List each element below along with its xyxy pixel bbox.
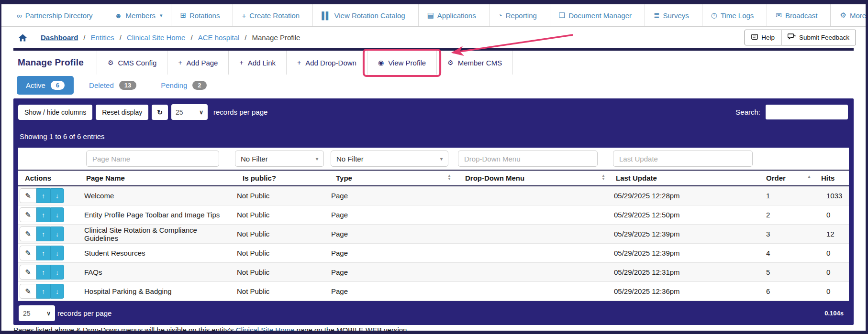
breadcrumb-link[interactable]: Entities [91, 33, 114, 42]
breadcrumb-row: Dashboard / Entities / Clinical Site Hom… [1, 27, 866, 48]
arrow-up-icon: ↑ [42, 230, 45, 238]
move-down-button[interactable]: ↓ [50, 226, 64, 241]
nav-item[interactable]: ▌▌ View Rotation Catalog [313, 4, 418, 26]
page-name-filter-input[interactable] [86, 151, 219, 167]
nav-item-icon: ▌▌ [322, 11, 330, 20]
move-up-button[interactable]: ↑ [36, 188, 50, 203]
cell-page-name: Clinical Site Rotation & Compliance Guid… [79, 226, 233, 242]
submit-feedback-button[interactable]: Submit Feedback [781, 30, 856, 45]
table-controls: Show / hide columns Reset display ↻ 25 ∨… [18, 104, 849, 120]
move-down-button[interactable]: ↓ [50, 188, 64, 203]
move-up-button[interactable]: ↑ [36, 284, 50, 299]
page-title: Manage Profile [13, 51, 97, 75]
column-header-page-name[interactable]: Page Name [79, 174, 233, 182]
cell-order: 3 [761, 230, 816, 238]
cell-order: 4 [761, 249, 816, 257]
tab[interactable]: Deleted 13 [80, 76, 145, 95]
toolbar-button[interactable]: + Add Page [167, 51, 228, 75]
breadcrumb-link[interactable]: Clinical Site Home [127, 33, 186, 42]
toolbar-button[interactable]: ◉ View Profile [367, 51, 436, 75]
records-per-page-label: records per page [213, 108, 267, 116]
row-action-buttons: ✎ ↑ ↓ [20, 246, 79, 260]
toolbar-button-icon: + [297, 59, 301, 66]
nav-item[interactable]: ▤ Applications [419, 4, 490, 26]
tab[interactable]: Active 6 [17, 76, 74, 95]
column-header-order[interactable]: Order ▲ [761, 174, 816, 182]
column-header-type[interactable]: Type ▲▼ [326, 174, 458, 182]
nav-item-icon: ☻ [115, 11, 122, 20]
bottom-note-link[interactable]: Clinical Site Home [236, 326, 295, 334]
breadcrumb-link[interactable]: Dashboard [41, 33, 78, 42]
nav-item[interactable]: ◷ Time Logs [702, 4, 768, 26]
breadcrumb-link[interactable]: Manage Profile [252, 33, 300, 42]
toolbar-button[interactable]: ⚙ Member CMS [436, 51, 513, 75]
move-up-button[interactable]: ↑ [36, 246, 50, 260]
row-action-buttons: ✎ ↑ ↓ [20, 188, 79, 203]
show-hide-columns-button[interactable]: Show / hide columns [18, 105, 92, 120]
nav-item[interactable]: ❏ Document Manager [550, 4, 645, 26]
nav-item[interactable]: + Create Rotation [233, 4, 313, 26]
column-header-drop-down-menu[interactable]: Drop-Down Menu ▲▼ [458, 174, 613, 182]
refresh-button[interactable]: ↻ [152, 105, 168, 120]
type-filter-select[interactable]: No Filter ▾ [331, 151, 448, 167]
column-header-last-update[interactable]: Last Update [613, 174, 761, 182]
reset-display-button[interactable]: Reset display [96, 105, 148, 120]
cell-hits: 12 [816, 230, 849, 238]
last-update-filter-input[interactable] [613, 151, 753, 167]
cell-order: 6 [761, 287, 816, 295]
is-public-filter-select[interactable]: No Filter ▾ [235, 151, 324, 167]
move-down-button[interactable]: ↓ [50, 246, 64, 260]
drop-down-menu-filter-input[interactable] [458, 151, 598, 167]
edit-button[interactable]: ✎ [20, 207, 36, 222]
nav-item-label: Create Rotation [249, 11, 300, 20]
tab-label: Pending [161, 81, 187, 89]
help-label: Help [761, 34, 775, 41]
toolbar-button-icon: ⚙ [108, 59, 114, 66]
column-header-is-public[interactable]: Is public? [233, 174, 326, 182]
cell-is-public: Not Public [233, 268, 326, 276]
cell-page-name: Hospital Parking & Badging [79, 287, 233, 295]
move-up-button[interactable]: ↑ [36, 226, 50, 241]
nav-item[interactable]: ◔ Reporting [490, 4, 550, 26]
edit-button[interactable]: ✎ [20, 246, 36, 260]
toolbar-button[interactable]: + Add Drop-Down [286, 51, 367, 75]
toolbar-button-label: CMS Config [118, 59, 157, 67]
nav-item[interactable]: ⊞ Rotations [171, 4, 233, 26]
edit-button[interactable]: ✎ [20, 188, 36, 203]
page-size-select-bottom[interactable]: 25 ∨ [19, 305, 55, 321]
breadcrumb-link[interactable]: ACE hospital [198, 33, 240, 42]
page-size-select[interactable]: 25 ∨ [171, 104, 208, 120]
breadcrumb-item: / Clinical Site Home [114, 33, 186, 42]
cell-is-public: Not Public [233, 211, 326, 219]
page-size-value: 25 [176, 108, 183, 116]
manage-profile-toolbar: Manage Profile ⚙ CMS Config + Add Page +… [13, 48, 854, 75]
move-down-button[interactable]: ↓ [50, 265, 64, 280]
move-up-button[interactable]: ↑ [36, 265, 50, 280]
help-button[interactable]: Help [745, 30, 781, 45]
move-up-button[interactable]: ↑ [36, 207, 50, 222]
home-icon [19, 34, 27, 42]
move-down-button[interactable]: ↓ [50, 284, 64, 299]
toolbar-button[interactable]: + Add Link [228, 51, 286, 75]
status-tabs: Active 6 Deleted 13 Pending 2 [13, 75, 854, 98]
column-header-actions: Actions [18, 174, 79, 182]
nav-item-icon: ▤ [427, 11, 433, 20]
edit-button[interactable]: ✎ [20, 226, 36, 241]
nav-item-label: Document Manager [568, 11, 632, 20]
edit-button[interactable]: ✎ [20, 284, 36, 299]
nav-item[interactable]: ✉ Broadcast [767, 4, 831, 26]
toolbar-button[interactable]: ⚙ CMS Config [97, 51, 167, 75]
tab[interactable]: Pending 2 [152, 76, 215, 95]
nav-item[interactable]: ≣ Surveys [645, 4, 702, 26]
column-header-hits[interactable]: Hits [816, 174, 849, 182]
filter-row: No Filter ▾ No Filter ▾ [18, 148, 849, 170]
search-input[interactable] [766, 105, 848, 119]
chevron-down-icon: ▾ [440, 156, 443, 162]
nav-item-more[interactable]: ⚙ More ▾ [831, 4, 868, 26]
edit-button[interactable]: ✎ [20, 265, 36, 280]
cell-last-update: 05/29/2025 12:31pm [613, 268, 761, 276]
nav-item[interactable]: ∞ Partnership Directory [8, 4, 106, 26]
arrow-up-icon: ↑ [42, 211, 45, 219]
move-down-button[interactable]: ↓ [50, 207, 64, 222]
nav-item[interactable]: ☻ Members ▾ [106, 4, 172, 26]
